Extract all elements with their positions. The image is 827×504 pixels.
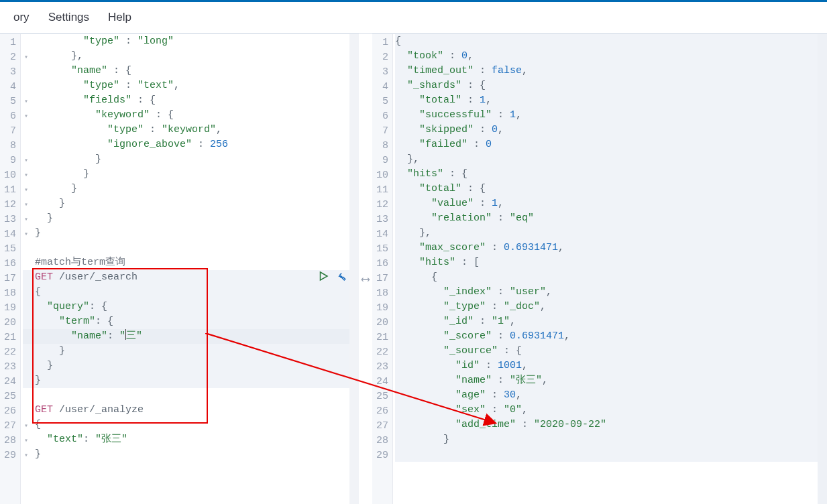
punc-token: , — [498, 124, 504, 135]
code-line[interactable]: { — [395, 34, 827, 49]
line-number: 15 — [0, 242, 20, 257]
left-scrollbar[interactable] — [349, 34, 359, 504]
code-line[interactable]: } — [23, 167, 359, 182]
line-number: 4 — [372, 80, 392, 94]
code-line[interactable]: } — [23, 359, 359, 373]
code-line[interactable]: "_source" : { — [395, 344, 827, 359]
line-number: 1 — [372, 36, 392, 50]
code-line[interactable]: } — [23, 447, 359, 462]
num-token: 1 — [510, 109, 516, 121]
key-token: "age" — [455, 389, 486, 401]
code-line[interactable]: "_id" : "1", — [395, 314, 827, 329]
code-line[interactable]: } — [23, 211, 359, 226]
code-line[interactable]: "age" : 30, — [395, 388, 827, 403]
code-line[interactable]: "timed_out" : false, — [395, 64, 827, 78]
code-line[interactable]: } — [23, 344, 359, 359]
code-line[interactable]: } — [395, 432, 827, 447]
punc-token: , — [516, 389, 522, 401]
str-token: "keyword" — [162, 124, 216, 135]
code-line[interactable]: GET /user/_analyze — [23, 403, 359, 418]
code-line[interactable]: "type" : "text", — [23, 78, 359, 93]
split-handle[interactable]: ⟷ — [359, 34, 372, 504]
code-line[interactable]: "hits" : { — [395, 167, 827, 182]
code-line[interactable] — [395, 447, 827, 462]
code-line[interactable]: "name" : "张三", — [395, 373, 827, 388]
punc-token: , — [558, 242, 564, 253]
code-line[interactable]: "total" : 1, — [395, 93, 827, 108]
code-line[interactable]: "ignore_above" : 256 — [23, 137, 359, 152]
line-number: 23 — [372, 360, 392, 375]
code-line[interactable]: } — [23, 373, 359, 388]
code-line[interactable]: "add_time" : "2020-09-22" — [395, 418, 827, 432]
code-line[interactable]: "_index" : "user", — [395, 285, 827, 300]
code-line[interactable]: "fields" : { — [23, 93, 359, 108]
menu-help[interactable]: Help — [99, 11, 141, 24]
right-scrollbar[interactable] — [818, 34, 827, 504]
code-line[interactable]: "skipped" : 0, — [395, 123, 827, 137]
num-token: 0.6931471 — [510, 330, 564, 342]
code-line[interactable]: { — [23, 418, 359, 432]
request-editor[interactable]: "type" : "long" }, "name" : { "type" : "… — [20, 34, 359, 504]
code-line[interactable]: "took" : 0, — [395, 49, 827, 64]
run-icon[interactable] — [317, 270, 329, 282]
code-line[interactable]: "query": { — [23, 300, 359, 314]
code-line[interactable]: "id" : 1001, — [395, 359, 827, 373]
code-line[interactable]: "total" : { — [395, 182, 827, 196]
code-line[interactable]: "name": "三" — [23, 329, 359, 344]
punc-token: : — [492, 375, 510, 386]
code-line[interactable]: }, — [395, 152, 827, 167]
str-token: "张三" — [95, 434, 127, 445]
code-line[interactable]: "type" : "long" — [23, 34, 359, 49]
punc-token: : — [192, 139, 210, 150]
key-token: "_source" — [443, 345, 498, 357]
code-line[interactable]: "_shards" : { — [395, 78, 827, 93]
code-line[interactable]: } — [23, 152, 359, 167]
code-line[interactable]: "value" : 1, — [395, 196, 827, 211]
line-number: 7 — [0, 124, 20, 139]
key-token: "failed" — [419, 139, 467, 150]
line-number: 5 — [372, 94, 392, 109]
code-line[interactable]: "type" : "keyword", — [23, 123, 359, 137]
punc-token: : — [486, 389, 504, 401]
response-viewer[interactable]: { "took" : 0, "timed_out" : false, "_sha… — [392, 34, 827, 504]
code-line[interactable]: { — [395, 270, 827, 285]
key-token: "total" — [419, 183, 461, 194]
wrench-icon[interactable] — [335, 270, 347, 282]
punc-token: : { — [461, 183, 486, 194]
punc-token: }, — [419, 227, 431, 239]
code-line[interactable]: "successful" : 1, — [395, 108, 827, 123]
punc-token: } — [95, 153, 101, 165]
code-line[interactable]: "text": "张三" — [23, 432, 359, 447]
code-line[interactable]: }, — [23, 49, 359, 64]
code-line[interactable]: "failed" : 0 — [395, 137, 827, 152]
code-line[interactable]: "relation" : "eq" — [395, 211, 827, 226]
code-line[interactable]: "max_score" : 0.6931471, — [395, 241, 827, 255]
code-line[interactable]: "term": { — [23, 314, 359, 329]
code-line[interactable]: "hits" : [ — [395, 255, 827, 270]
code-line[interactable]: } — [23, 196, 359, 211]
key-token: "text" — [47, 434, 83, 445]
code-line[interactable]: } — [23, 182, 359, 196]
code-line[interactable]: }, — [395, 226, 827, 241]
code-line[interactable]: "name" : { — [23, 64, 359, 78]
code-line[interactable]: "sex" : "0", — [395, 403, 827, 418]
code-line[interactable]: { — [23, 285, 359, 300]
line-number: 28 — [372, 434, 392, 448]
line-number: 17 — [372, 271, 392, 286]
line-number: 5 — [0, 94, 20, 109]
code-line[interactable]: "_type" : "_doc", — [395, 300, 827, 314]
code-line[interactable]: } — [23, 226, 359, 241]
code-line[interactable] — [23, 241, 359, 255]
menu-history[interactable]: ory — [4, 11, 39, 24]
line-number: 18 — [372, 286, 392, 301]
str-token: "张三" — [510, 375, 542, 386]
code-line[interactable]: "keyword" : { — [23, 108, 359, 123]
code-line[interactable] — [23, 388, 359, 403]
line-number: 12 — [372, 198, 392, 212]
code-line[interactable]: "_score" : 0.6931471, — [395, 329, 827, 344]
menu-settings[interactable]: Settings — [39, 11, 99, 24]
code-line[interactable]: #match与term查询 — [23, 255, 359, 270]
code-line[interactable]: GET /user/_search — [23, 270, 359, 285]
line-number: 10 — [372, 168, 392, 183]
punc-token: , — [516, 109, 522, 121]
